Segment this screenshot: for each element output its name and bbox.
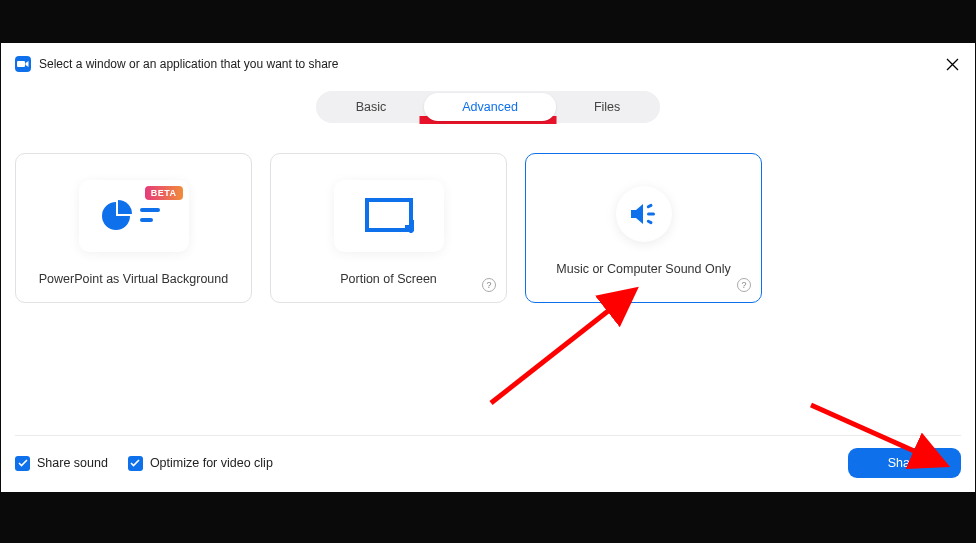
- tab-group: Basic Advanced Files: [15, 91, 961, 123]
- tab-files[interactable]: Files: [556, 93, 658, 121]
- card-label: Music or Computer Sound Only: [556, 262, 730, 276]
- svg-rect-1: [140, 208, 160, 212]
- dialog-title: Select a window or an application that y…: [39, 57, 935, 71]
- checkbox-label: Optimize for video clip: [150, 456, 273, 470]
- share-screen-dialog: Select a window or an application that y…: [1, 43, 975, 492]
- help-icon[interactable]: ?: [737, 278, 751, 292]
- close-icon: [946, 58, 959, 71]
- svg-rect-2: [140, 218, 153, 222]
- powerpoint-icon-wrap: BETA: [79, 180, 189, 252]
- card-portion-of-screen[interactable]: Portion of Screen ?: [270, 153, 507, 303]
- portion-icon-wrap: [334, 180, 444, 252]
- portion-of-screen-icon: [364, 197, 414, 235]
- card-label: PowerPoint as Virtual Background: [39, 272, 228, 286]
- svg-rect-5: [646, 203, 653, 208]
- dialog-header: Select a window or an application that y…: [15, 55, 961, 73]
- checkbox-share-sound[interactable]: Share sound: [15, 456, 108, 471]
- svg-rect-0: [17, 61, 25, 67]
- checkbox-icon: [128, 456, 143, 471]
- checkbox-label: Share sound: [37, 456, 108, 470]
- close-button[interactable]: [943, 55, 961, 73]
- svg-rect-6: [646, 219, 653, 224]
- tab-pill: Basic Advanced Files: [316, 91, 661, 123]
- help-icon[interactable]: ?: [482, 278, 496, 292]
- dialog-footer: Share sound Optimize for video clip Shar…: [15, 435, 961, 478]
- speaker-icon: [629, 202, 659, 226]
- tab-basic[interactable]: Basic: [318, 93, 425, 121]
- share-button[interactable]: Share: [848, 448, 961, 478]
- svg-rect-3: [367, 200, 411, 230]
- zoom-logo-icon: [15, 56, 31, 72]
- share-options-row: BETA PowerPoint as Virtual Background Po…: [15, 153, 961, 303]
- card-music-computer-sound[interactable]: Music or Computer Sound Only ?: [525, 153, 762, 303]
- tab-advanced[interactable]: Advanced: [424, 93, 556, 121]
- checkbox-icon: [15, 456, 30, 471]
- svg-rect-4: [647, 213, 655, 216]
- card-label: Portion of Screen: [340, 272, 437, 286]
- beta-badge: BETA: [145, 186, 183, 200]
- card-powerpoint-background[interactable]: BETA PowerPoint as Virtual Background: [15, 153, 252, 303]
- sound-icon-wrap: [616, 186, 672, 242]
- checkbox-optimize-video[interactable]: Optimize for video clip: [128, 456, 273, 471]
- powerpoint-icon: [102, 196, 166, 236]
